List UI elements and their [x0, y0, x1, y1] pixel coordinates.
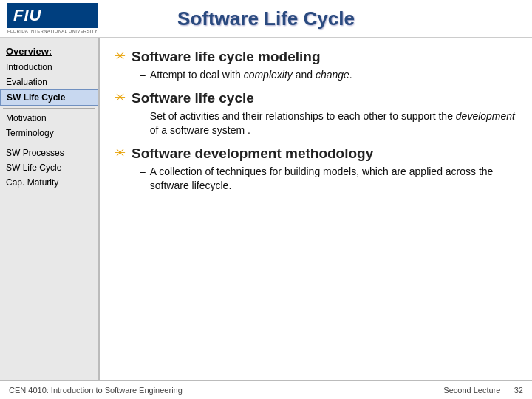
header: FIU FLORIDA INTERNATIONAL UNIVERSITY Sof… — [0, 0, 532, 38]
content-spacer — [115, 201, 517, 372]
footer-right: Second Lecture 32 — [443, 386, 523, 395]
sidebar-item-sw-processes[interactable]: SW Processes — [0, 146, 98, 160]
italic-change: change — [316, 69, 349, 81]
bullet-row-lifecycle: ✳ Software life cycle — [115, 90, 517, 106]
sub-text-lifecycle: Set of activities and their relationship… — [150, 109, 517, 138]
sidebar-item-introduction[interactable]: Introduction — [0, 60, 98, 75]
content-area: ✳ Software life cycle modeling – Attempt… — [100, 38, 532, 380]
page-title: Software Life Cycle — [177, 7, 355, 30]
sub-bullet-modeling: – Attempt to deal with complexity and ch… — [140, 68, 517, 83]
sidebar: Overview: Introduction Evaluation SW Lif… — [0, 38, 100, 380]
logo-text: FIU — [7, 3, 98, 28]
logo-area: FIU FLORIDA INTERNATIONAL UNIVERSITY — [7, 3, 98, 33]
bullet-star-3: ✳ — [115, 145, 126, 161]
section-lifecycle: ✳ Software life cycle – Set of activitie… — [115, 90, 517, 138]
footer-lecture-label: Second Lecture — [443, 386, 500, 395]
sub-bullet-methodology: – A collection of techniques for buildin… — [140, 165, 517, 194]
footer: CEN 4010: Introduction to Software Engin… — [0, 380, 532, 399]
sidebar-item-sw-life-cycle-2[interactable]: SW Life Cycle — [0, 160, 98, 175]
sidebar-overview-label: Overview: — [0, 43, 98, 60]
dash-1: – — [140, 68, 146, 83]
bullet-row-modeling: ✳ Software life cycle modeling — [115, 49, 517, 65]
bullet-row-methodology: ✳ Software development methodology — [115, 146, 517, 162]
main-layout: Overview: Introduction Evaluation SW Lif… — [0, 38, 532, 380]
heading-methodology: Software development methodology — [132, 146, 373, 162]
heading-modeling: Software life cycle modeling — [132, 49, 321, 65]
sidebar-item-evaluation[interactable]: Evaluation — [0, 75, 98, 89]
sidebar-divider-2 — [3, 143, 95, 143]
italic-development: development — [456, 110, 515, 122]
sidebar-divider-1 — [3, 108, 95, 109]
dash-2: – — [140, 109, 146, 124]
sidebar-item-cap-maturity[interactable]: Cap. Maturity — [0, 175, 98, 190]
sidebar-item-sw-life-cycle-1[interactable]: SW Life Cycle — [0, 89, 98, 106]
section-modeling: ✳ Software life cycle modeling – Attempt… — [115, 49, 517, 83]
sub-text-modeling: Attempt to deal with complexity and chan… — [150, 68, 352, 83]
footer-left: CEN 4010: Introduction to Software Engin… — [9, 386, 183, 395]
section-methodology: ✳ Software development methodology – A c… — [115, 146, 517, 194]
heading-lifecycle: Software life cycle — [132, 90, 254, 106]
bullet-star-2: ✳ — [115, 89, 126, 106]
dash-3: – — [140, 165, 146, 180]
bullet-star-1: ✳ — [115, 48, 126, 64]
sub-bullet-lifecycle: – Set of activities and their relationsh… — [140, 109, 517, 138]
sidebar-item-motivation[interactable]: Motivation — [0, 111, 98, 126]
sub-text-methodology: A collection of techniques for building … — [150, 165, 517, 194]
italic-complexity: complexity — [244, 69, 293, 81]
logo-sub: FLORIDA INTERNATIONAL UNIVERSITY — [7, 29, 98, 33]
sidebar-item-terminology[interactable]: Terminology — [0, 126, 98, 140]
footer-page-number: 32 — [514, 386, 523, 395]
